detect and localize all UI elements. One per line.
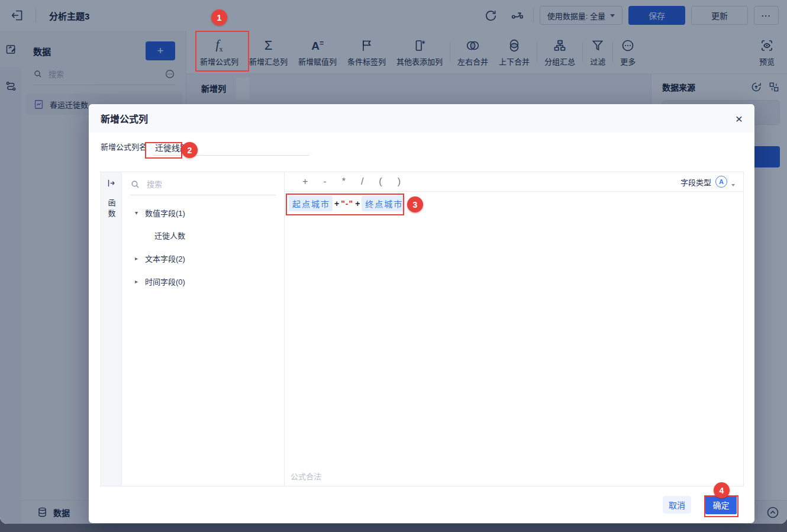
tree-group-numeric[interactable]: ▾ 数值字段(1) (135, 207, 284, 218)
operator-bar: + - * / ( ) 字段类型 A (285, 172, 743, 192)
field-tree-panel: ▾ 数值字段(1) 迁徙人数 ▸ 文本字段(2) ▸ 时间字段(0) (122, 172, 285, 486)
annotation-step4: 4 (714, 482, 730, 498)
caret-right-icon[interactable]: ▸ (135, 278, 141, 285)
operator-rparen[interactable]: ) (398, 176, 401, 187)
tree-group-label: 数值字段(1) (145, 207, 185, 218)
dialog-footer: 取消 确定 (89, 486, 754, 523)
add-formula-column-dialog: 新增公式列 × 新增公式列名 函数 (89, 104, 754, 523)
annotation-box-step2 (145, 142, 182, 159)
operator-times[interactable]: * (342, 176, 346, 187)
field-type-a-badge-icon[interactable]: A (715, 176, 727, 188)
caret-right-icon[interactable]: ▸ (135, 255, 141, 262)
search-icon (130, 179, 140, 189)
field-search[interactable] (130, 179, 276, 195)
annotation-step3: 3 (407, 196, 423, 212)
caret-down-icon[interactable]: ▾ (135, 209, 141, 216)
formula-name-label: 新增公式列名 (101, 141, 147, 156)
formula-editor-area: 函数 ▾ 数值字段(1) 迁徙人数 ▸ 文本字段(2) (101, 172, 744, 486)
annotation-box-step1 (195, 31, 249, 72)
tab-functions[interactable]: 函数 (106, 199, 117, 220)
chevron-down-icon (731, 184, 735, 186)
formula-status: 公式合法 (291, 470, 321, 482)
tree-group-time[interactable]: ▸ 时间字段(0) (135, 276, 284, 287)
tree-group-label: 文本字段(2) (145, 253, 185, 264)
formula-name-row: 新增公式列名 (101, 141, 309, 156)
annotation-box-step3 (286, 194, 404, 215)
operator-lparen[interactable]: ( (379, 176, 382, 187)
cancel-button[interactable]: 取消 (663, 496, 691, 514)
expand-panel-icon[interactable] (107, 178, 117, 188)
annotation-step1: 1 (211, 9, 227, 25)
formula-panel: + - * / ( ) 字段类型 A 起点城市 + "-" + (285, 172, 743, 486)
field-type-control[interactable]: 字段类型 A (680, 176, 735, 188)
annotation-step2: 2 (182, 142, 198, 158)
function-tab-strip: 函数 (101, 172, 122, 486)
close-icon[interactable]: × (736, 112, 743, 125)
tree-group-text[interactable]: ▸ 文本字段(2) (135, 253, 284, 264)
tree-group-label: 时间字段(0) (145, 276, 185, 287)
field-type-label: 字段类型 (680, 176, 711, 188)
annotation-box-step4 (704, 495, 738, 517)
operator-plus[interactable]: + (302, 176, 308, 187)
operator-minus[interactable]: - (323, 176, 326, 187)
dialog-header: 新增公式列 × (89, 104, 754, 133)
tree-item-migration-count[interactable]: 迁徙人数 (154, 230, 284, 241)
operator-divide[interactable]: / (361, 176, 363, 187)
field-search-input[interactable] (146, 179, 254, 189)
dialog-title: 新增公式列 (101, 111, 148, 125)
screen: 分析主题3 使用数据量: 全量 保存 更新 (0, 0, 787, 532)
